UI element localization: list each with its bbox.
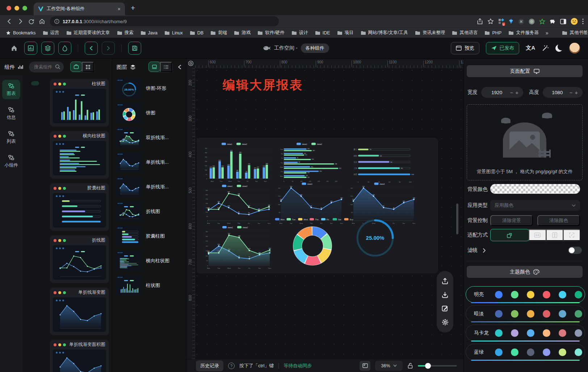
bookmark-folder[interactable]: IDE <box>315 30 330 36</box>
extension-cmd-icon[interactable]: ⌘ <box>518 18 524 25</box>
search-icon[interactable] <box>55 64 60 70</box>
zoom-select[interactable]: 36% <box>375 361 403 371</box>
history-button[interactable]: 历史记录 <box>196 360 223 371</box>
height-stepper[interactable]: 1080 − + <box>543 87 583 98</box>
design-canvas[interactable]: 6007008009001000110012001300 20030040050… <box>186 59 463 372</box>
detail-panel-button[interactable] <box>58 42 71 55</box>
publish-button[interactable]: 已发布 <box>486 42 520 54</box>
home-icon[interactable] <box>37 17 47 26</box>
layer-item[interactable]: 单折线渐... <box>116 152 182 172</box>
component-card[interactable]: 横向柱状图 <box>50 131 109 179</box>
redo-button[interactable] <box>102 42 115 55</box>
list-view-button[interactable] <box>160 62 172 72</box>
fit-stretch-button[interactable] <box>563 229 580 241</box>
language-icon[interactable]: 文A <box>526 45 535 51</box>
layer-item[interactable]: 双折线渐... <box>116 128 182 148</box>
height-value[interactable]: 1080 <box>546 90 568 95</box>
layer-item[interactable]: 折线图 <box>116 201 182 222</box>
back-icon[interactable] <box>4 17 14 26</box>
bookmark-folder[interactable]: 其他语言 <box>452 30 478 36</box>
bookmark-folder[interactable]: 游戏 <box>234 30 251 36</box>
fit-width-button[interactable] <box>529 229 546 241</box>
components-nav-item[interactable]: 列表 <box>2 128 20 147</box>
canvas-chart-capsule[interactable]: 厦门20南阳40北京60上海80新疆100020406080100 <box>349 143 418 183</box>
bg-color-swatch[interactable] <box>490 184 580 194</box>
component-card[interactable]: 单折线渐变图 <box>50 288 109 335</box>
url-bar[interactable]: 127.0.0.1:3000/#/chart/home/9 <box>50 16 279 26</box>
component-card[interactable]: 柱状图 <box>50 79 109 126</box>
bookmark-folder[interactable]: 资讯未整理 <box>415 30 445 36</box>
theme-color-header[interactable]: 主题颜色 <box>467 266 583 278</box>
save-button[interactable] <box>128 42 141 55</box>
bookmark-folder[interactable]: 运营 <box>43 30 59 36</box>
forward-icon[interactable] <box>15 17 25 26</box>
theme-row-蓝绿[interactable]: 蓝绿 <box>466 344 585 360</box>
reload-icon[interactable] <box>26 17 36 26</box>
fit-height-button[interactable] <box>546 229 563 241</box>
width-value[interactable]: 1920 <box>485 90 509 95</box>
tab-close-icon[interactable]: × <box>118 6 121 12</box>
category-item[interactable] <box>31 88 39 93</box>
zoom-slider-knob[interactable] <box>425 363 431 369</box>
category-item[interactable] <box>31 110 39 114</box>
bookmark-folder[interactable]: 软件/硬件 <box>257 30 284 36</box>
bookmark-folder[interactable]: 设计 <box>291 30 308 36</box>
upload-icon[interactable] <box>441 277 449 285</box>
extension-g-icon[interactable]: g <box>498 18 504 24</box>
layer-item[interactable]: 柱状图 <box>116 275 182 296</box>
minimize-window-button[interactable] <box>14 6 19 11</box>
undo-button[interactable] <box>85 42 98 55</box>
layer-item[interactable]: 饼图 <box>116 103 182 123</box>
bookmark-folder[interactable]: 近期需要读的文章 <box>66 30 110 36</box>
clear-background-button[interactable]: 清除背景 <box>490 215 533 226</box>
theme-row-暗淡[interactable]: 暗淡 <box>466 305 585 322</box>
decrement-icon[interactable]: − <box>568 89 574 96</box>
layers-panel-button[interactable] <box>41 42 54 55</box>
other-bookmarks[interactable]: 其他书签 <box>562 30 588 36</box>
clear-color-button[interactable]: 清除颜色 <box>537 215 580 226</box>
sidebar-toggle-icon[interactable] <box>560 19 566 24</box>
extension-star-icon[interactable] <box>539 18 545 25</box>
bookmarks-root[interactable]: Bookmarks <box>6 30 36 35</box>
lock-icon[interactable] <box>407 363 413 369</box>
bookmark-folder[interactable]: 文件服务器 <box>508 30 539 36</box>
thumbnail-view-button[interactable] <box>148 62 160 72</box>
components-nav-item[interactable]: 信息 <box>2 104 20 123</box>
dark-mode-icon[interactable] <box>555 45 563 52</box>
background-upload-dropzone[interactable]: 背景图需小于 5M ， 格式为 png/jpg/gif 的文件 <box>467 104 583 180</box>
layer-item[interactable]: 单折线渐... <box>116 177 182 197</box>
width-stepper[interactable]: 1920 − + <box>481 87 523 98</box>
grid-view-button[interactable] <box>82 62 94 72</box>
eye-icon[interactable] <box>188 60 194 66</box>
canvas-chart-ring-progress[interactable]: 25.00% <box>353 216 397 260</box>
app-type-select[interactable]: 应用颜色 <box>490 200 580 211</box>
decrement-icon[interactable]: − <box>509 89 514 96</box>
category-item[interactable] <box>31 103 39 107</box>
canvas-chart-horizontal-bar[interactable]: data1data2050100150200250300130160Sun110… <box>277 142 346 183</box>
component-card[interactable]: 胶囊柱图 <box>50 183 109 231</box>
filter-toggle[interactable] <box>568 247 582 254</box>
bookmark-star-icon[interactable] <box>487 18 494 25</box>
bookmark-folder[interactable]: 网站/博客/文章/工具 <box>361 30 408 36</box>
bookmark-folder[interactable]: Linux <box>164 30 183 36</box>
home-button[interactable] <box>8 45 20 52</box>
magic-wand-icon[interactable] <box>542 45 549 52</box>
edit-icon[interactable] <box>441 305 449 312</box>
layer-item[interactable]: 胶囊柱图 <box>116 226 182 246</box>
extension-circle-icon[interactable] <box>529 18 535 25</box>
canvas-chart-bar[interactable]: data1data2050100150200250300350120130Mon… <box>202 142 271 183</box>
theme-row-马卡龙[interactable]: 马卡龙 <box>466 325 585 341</box>
traffic-lights[interactable] <box>7 6 27 11</box>
help-icon[interactable]: ? <box>228 363 235 369</box>
browser-tab[interactable]: 工作空间-各种组件 × <box>34 3 125 15</box>
chevron-right-icon[interactable] <box>483 248 486 253</box>
extension-gem-icon[interactable] <box>508 18 514 24</box>
browser-menu-icon[interactable] <box>582 18 584 24</box>
category-item[interactable] <box>31 96 39 100</box>
new-tab-button[interactable]: + <box>131 4 135 12</box>
preview-button[interactable]: 预览 <box>451 42 479 54</box>
page-config-header[interactable]: 页面配置 <box>467 65 583 77</box>
bookmark-folder[interactable]: 前端 <box>210 30 227 36</box>
bookmarks-overflow[interactable]: » <box>546 30 549 36</box>
increment-icon[interactable]: + <box>514 89 520 96</box>
